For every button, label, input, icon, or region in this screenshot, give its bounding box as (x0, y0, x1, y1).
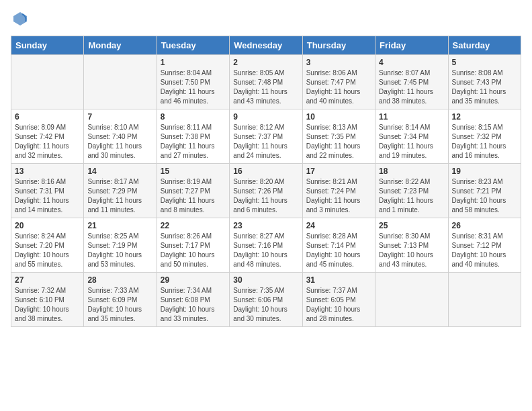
calendar-week-row: 13Sunrise: 8:16 AM Sunset: 7:31 PM Dayli… (11, 164, 521, 218)
calendar-cell: 27Sunrise: 7:32 AM Sunset: 6:10 PM Dayli… (11, 273, 84, 327)
calendar-cell: 3Sunrise: 8:06 AM Sunset: 7:47 PM Daylig… (302, 55, 375, 109)
day-content: Sunrise: 8:31 AM Sunset: 7:12 PM Dayligh… (452, 232, 517, 269)
day-number: 27 (15, 275, 80, 285)
calendar-cell: 14Sunrise: 8:17 AM Sunset: 7:29 PM Dayli… (84, 164, 157, 218)
calendar-cell: 17Sunrise: 8:21 AM Sunset: 7:24 PM Dayli… (302, 164, 375, 218)
calendar-cell: 6Sunrise: 8:09 AM Sunset: 7:42 PM Daylig… (11, 109, 84, 164)
calendar-cell: 11Sunrise: 8:14 AM Sunset: 7:34 PM Dayli… (375, 109, 448, 164)
day-number: 4 (379, 58, 444, 67)
day-number: 10 (306, 112, 371, 122)
day-number: 11 (379, 112, 444, 122)
logo (11, 11, 28, 30)
day-content: Sunrise: 8:15 AM Sunset: 7:32 PM Dayligh… (452, 123, 517, 161)
day-number: 9 (233, 112, 298, 122)
day-content: Sunrise: 8:07 AM Sunset: 7:45 PM Dayligh… (379, 68, 444, 106)
calendar-cell: 1Sunrise: 8:04 AM Sunset: 7:50 PM Daylig… (157, 55, 229, 109)
column-header-monday: Monday (84, 36, 157, 55)
day-content: Sunrise: 8:10 AM Sunset: 7:40 PM Dayligh… (87, 123, 152, 161)
day-number: 14 (87, 167, 152, 176)
calendar-cell: 20Sunrise: 8:24 AM Sunset: 7:20 PM Dayli… (11, 218, 84, 273)
day-number: 1 (161, 58, 226, 67)
calendar-cell: 9Sunrise: 8:12 AM Sunset: 7:37 PM Daylig… (230, 109, 302, 164)
day-number: 18 (379, 167, 444, 176)
calendar-cell: 28Sunrise: 7:33 AM Sunset: 6:09 PM Dayli… (84, 273, 157, 327)
day-number: 30 (233, 275, 298, 285)
calendar-week-row: 20Sunrise: 8:24 AM Sunset: 7:20 PM Dayli… (11, 218, 521, 273)
column-header-thursday: Thursday (302, 36, 375, 55)
day-content: Sunrise: 8:05 AM Sunset: 7:48 PM Dayligh… (233, 68, 298, 106)
calendar-cell (375, 273, 448, 327)
day-number: 21 (87, 221, 152, 230)
day-content: Sunrise: 8:27 AM Sunset: 7:16 PM Dayligh… (233, 232, 298, 269)
day-content: Sunrise: 8:09 AM Sunset: 7:42 PM Dayligh… (15, 123, 80, 161)
calendar-week-row: 1Sunrise: 8:04 AM Sunset: 7:50 PM Daylig… (11, 55, 521, 109)
calendar-cell: 10Sunrise: 8:13 AM Sunset: 7:35 PM Dayli… (302, 109, 375, 164)
calendar-cell: 7Sunrise: 8:10 AM Sunset: 7:40 PM Daylig… (84, 109, 157, 164)
calendar-cell: 2Sunrise: 8:05 AM Sunset: 7:48 PM Daylig… (230, 55, 302, 109)
day-content: Sunrise: 8:16 AM Sunset: 7:31 PM Dayligh… (15, 177, 80, 215)
calendar-cell: 29Sunrise: 7:34 AM Sunset: 6:08 PM Dayli… (157, 273, 229, 327)
calendar-table: SundayMondayTuesdayWednesdayThursdayFrid… (11, 36, 521, 327)
day-content: Sunrise: 7:37 AM Sunset: 6:05 PM Dayligh… (306, 286, 371, 324)
day-number: 31 (306, 275, 371, 285)
day-number: 22 (161, 221, 226, 230)
calendar-week-row: 6Sunrise: 8:09 AM Sunset: 7:42 PM Daylig… (11, 109, 521, 164)
day-number: 17 (306, 167, 371, 176)
day-number: 7 (87, 112, 152, 122)
calendar-cell: 4Sunrise: 8:07 AM Sunset: 7:45 PM Daylig… (375, 55, 448, 109)
day-content: Sunrise: 8:26 AM Sunset: 7:17 PM Dayligh… (161, 232, 226, 269)
calendar-cell: 5Sunrise: 8:08 AM Sunset: 7:43 PM Daylig… (448, 55, 521, 109)
page-header (11, 11, 521, 30)
day-content: Sunrise: 7:34 AM Sunset: 6:08 PM Dayligh… (161, 286, 226, 324)
calendar-cell: 13Sunrise: 8:16 AM Sunset: 7:31 PM Dayli… (11, 164, 84, 218)
day-content: Sunrise: 8:13 AM Sunset: 7:35 PM Dayligh… (306, 123, 371, 161)
day-number: 8 (161, 112, 226, 122)
day-content: Sunrise: 8:25 AM Sunset: 7:19 PM Dayligh… (87, 232, 152, 269)
day-content: Sunrise: 8:06 AM Sunset: 7:47 PM Dayligh… (306, 68, 371, 106)
day-content: Sunrise: 8:08 AM Sunset: 7:43 PM Dayligh… (452, 68, 517, 106)
day-content: Sunrise: 8:14 AM Sunset: 7:34 PM Dayligh… (379, 123, 444, 161)
column-header-sunday: Sunday (11, 36, 84, 55)
day-content: Sunrise: 8:04 AM Sunset: 7:50 PM Dayligh… (161, 68, 226, 106)
calendar-cell: 23Sunrise: 8:27 AM Sunset: 7:16 PM Dayli… (230, 218, 302, 273)
logo-icon (12, 11, 28, 27)
calendar-cell: 25Sunrise: 8:30 AM Sunset: 7:13 PM Dayli… (375, 218, 448, 273)
calendar-cell: 19Sunrise: 8:23 AM Sunset: 7:21 PM Dayli… (448, 164, 521, 218)
day-number: 25 (379, 221, 444, 230)
day-number: 15 (161, 167, 226, 176)
day-content: Sunrise: 7:32 AM Sunset: 6:10 PM Dayligh… (15, 286, 80, 324)
calendar-cell (11, 55, 84, 109)
day-content: Sunrise: 8:20 AM Sunset: 7:26 PM Dayligh… (233, 177, 298, 215)
calendar-cell: 31Sunrise: 7:37 AM Sunset: 6:05 PM Dayli… (302, 273, 375, 327)
day-content: Sunrise: 8:23 AM Sunset: 7:21 PM Dayligh… (452, 177, 517, 215)
calendar-cell (448, 273, 521, 327)
day-number: 5 (452, 58, 517, 67)
calendar-cell (84, 55, 157, 109)
day-content: Sunrise: 7:35 AM Sunset: 6:06 PM Dayligh… (233, 286, 298, 324)
calendar-cell: 8Sunrise: 8:11 AM Sunset: 7:38 PM Daylig… (157, 109, 229, 164)
column-header-tuesday: Tuesday (157, 36, 229, 55)
day-content: Sunrise: 8:22 AM Sunset: 7:23 PM Dayligh… (379, 177, 444, 215)
calendar-header-row: SundayMondayTuesdayWednesdayThursdayFrid… (11, 36, 521, 55)
day-content: Sunrise: 8:21 AM Sunset: 7:24 PM Dayligh… (306, 177, 371, 215)
day-number: 24 (306, 221, 371, 230)
calendar-cell: 24Sunrise: 8:28 AM Sunset: 7:14 PM Dayli… (302, 218, 375, 273)
calendar-cell: 30Sunrise: 7:35 AM Sunset: 6:06 PM Dayli… (230, 273, 302, 327)
day-content: Sunrise: 8:30 AM Sunset: 7:13 PM Dayligh… (379, 232, 444, 269)
day-content: Sunrise: 8:11 AM Sunset: 7:38 PM Dayligh… (161, 123, 226, 161)
calendar-week-row: 27Sunrise: 7:32 AM Sunset: 6:10 PM Dayli… (11, 273, 521, 327)
calendar-cell: 22Sunrise: 8:26 AM Sunset: 7:17 PM Dayli… (157, 218, 229, 273)
day-number: 12 (452, 112, 517, 122)
day-number: 16 (233, 167, 298, 176)
day-number: 29 (161, 275, 226, 285)
day-number: 3 (306, 58, 371, 67)
calendar-cell: 21Sunrise: 8:25 AM Sunset: 7:19 PM Dayli… (84, 218, 157, 273)
day-number: 23 (233, 221, 298, 230)
day-number: 28 (87, 275, 152, 285)
column-header-friday: Friday (375, 36, 448, 55)
day-number: 2 (233, 58, 298, 67)
day-number: 6 (15, 112, 80, 122)
day-content: Sunrise: 7:33 AM Sunset: 6:09 PM Dayligh… (87, 286, 152, 324)
calendar-body: 1Sunrise: 8:04 AM Sunset: 7:50 PM Daylig… (11, 55, 521, 327)
column-header-wednesday: Wednesday (230, 36, 302, 55)
